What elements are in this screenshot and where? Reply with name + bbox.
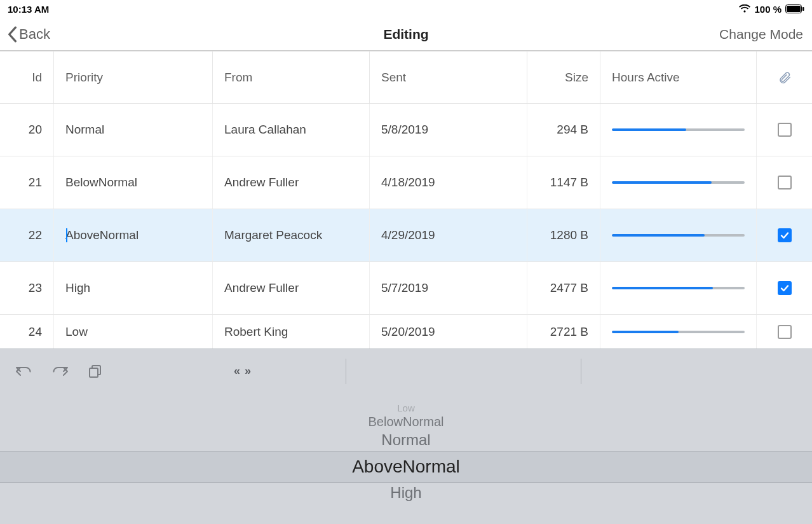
cell-sent[interactable]: 4/18/2019 (370, 156, 527, 209)
battery-percent: 100 % (754, 4, 782, 15)
progress-bar (612, 287, 745, 289)
back-button[interactable]: Back (6, 26, 50, 43)
table-row[interactable]: 22AboveNormalMargaret Peacock4/29/201912… (0, 209, 812, 262)
cell-attachment[interactable] (757, 315, 812, 349)
cell-hours[interactable] (600, 262, 757, 314)
progress-bar (612, 331, 745, 333)
paperclip-icon (778, 71, 792, 85)
table-row[interactable]: 20NormalLaura Callahan5/8/2019294 B (0, 104, 812, 156)
status-bar: 10:13 AM 100 % (0, 0, 812, 18)
cell-from[interactable]: Andrew Fuller (213, 262, 370, 314)
cell-sent[interactable]: 5/8/2019 (370, 104, 527, 156)
cell-attachment[interactable] (757, 104, 812, 156)
svg-rect-4 (90, 368, 98, 377)
svg-rect-2 (802, 7, 804, 11)
checkbox[interactable] (778, 176, 792, 190)
back-label: Back (19, 26, 50, 43)
progress-bar (612, 181, 745, 184)
cell-priority[interactable]: High (54, 262, 213, 314)
checkbox[interactable] (778, 325, 792, 339)
progress-bar (612, 234, 745, 237)
cell-sent[interactable]: 4/29/2019 (370, 209, 527, 261)
header-from[interactable]: From (213, 52, 370, 103)
cell-from[interactable]: Margaret Peacock (213, 209, 370, 261)
cell-size[interactable]: 2721 B (527, 315, 600, 349)
cell-sent[interactable]: 5/20/2019 (370, 315, 527, 349)
cell-from[interactable]: Andrew Fuller (213, 156, 370, 209)
cell-attachment[interactable] (757, 262, 812, 314)
header-sent[interactable]: Sent (370, 52, 527, 103)
separator (346, 359, 346, 384)
cell-priority[interactable]: Normal (54, 104, 213, 156)
change-mode-button[interactable]: Change Mode (719, 27, 803, 42)
cell-size[interactable]: 294 B (527, 104, 600, 156)
checkbox[interactable] (778, 123, 792, 137)
cell-priority[interactable]: BelowNormal (54, 156, 213, 209)
table-row[interactable]: 24LowRobert King5/20/20192721 B (0, 315, 812, 349)
checkbox[interactable] (778, 281, 792, 295)
undo-button[interactable] (14, 364, 33, 379)
cell-hours[interactable] (600, 315, 757, 349)
cell-priority[interactable]: Low (54, 315, 213, 349)
grid-body: 20NormalLaura Callahan5/8/2019294 B21Bel… (0, 104, 812, 349)
chevron-left-icon (6, 26, 18, 43)
cell-attachment[interactable] (757, 209, 812, 261)
grid-header: Id Priority From Sent Size Hours Active (0, 52, 812, 104)
picker-option[interactable]: Normal (0, 430, 812, 451)
data-grid: Id Priority From Sent Size Hours Active … (0, 51, 812, 349)
cell-from[interactable]: Laura Callahan (213, 104, 370, 156)
status-right: 100 % (739, 4, 804, 15)
cell-hours[interactable] (600, 209, 757, 261)
header-priority[interactable]: Priority (54, 52, 213, 103)
cell-priority[interactable]: AboveNormal (54, 209, 213, 261)
cell-id[interactable]: 21 (0, 156, 54, 209)
table-row[interactable]: 23HighAndrew Fuller5/7/20192477 B (0, 262, 812, 315)
status-time: 10:13 AM (8, 4, 49, 15)
header-id[interactable]: Id (0, 52, 54, 103)
svg-rect-1 (787, 6, 801, 12)
progress-bar (612, 128, 745, 131)
cell-id[interactable]: 23 (0, 262, 54, 314)
header-attachment[interactable] (757, 52, 812, 103)
redo-button[interactable] (51, 364, 70, 379)
keyboard-accessory: « » (0, 348, 812, 393)
cell-id[interactable]: 22 (0, 209, 54, 261)
checkbox[interactable] (778, 228, 792, 242)
cell-attachment[interactable] (757, 156, 812, 209)
cell-size[interactable]: 1280 B (527, 209, 600, 261)
cell-hours[interactable] (600, 156, 757, 209)
cell-hours[interactable] (600, 104, 757, 156)
cell-size[interactable]: 2477 B (527, 262, 600, 314)
nav-bar: Back Editing Change Mode (0, 18, 812, 51)
table-row[interactable]: 21BelowNormalAndrew Fuller4/18/20191147 … (0, 156, 812, 209)
header-size[interactable]: Size (527, 52, 600, 103)
cell-sent[interactable]: 5/7/2019 (370, 262, 527, 314)
picker-option-selected[interactable]: AboveNormal (0, 451, 812, 483)
clipboard-button[interactable] (88, 364, 103, 379)
wifi-icon (739, 4, 750, 13)
cell-id[interactable]: 24 (0, 315, 54, 349)
picker-option[interactable]: BelowNormal (0, 413, 812, 430)
text-caret (66, 228, 67, 242)
separator (581, 359, 581, 384)
move-cursor-buttons[interactable]: « » (234, 364, 252, 378)
battery-icon (785, 4, 804, 13)
priority-picker[interactable]: Low BelowNormal Normal AboveNormal High (0, 393, 812, 524)
cell-from[interactable]: Robert King (213, 315, 370, 349)
page-title: Editing (383, 27, 428, 42)
cell-id[interactable]: 20 (0, 104, 54, 156)
cell-size[interactable]: 1147 B (527, 156, 600, 209)
header-hours[interactable]: Hours Active (600, 52, 757, 103)
picker-option[interactable]: High (0, 483, 812, 504)
picker-option[interactable]: Low (0, 393, 812, 413)
